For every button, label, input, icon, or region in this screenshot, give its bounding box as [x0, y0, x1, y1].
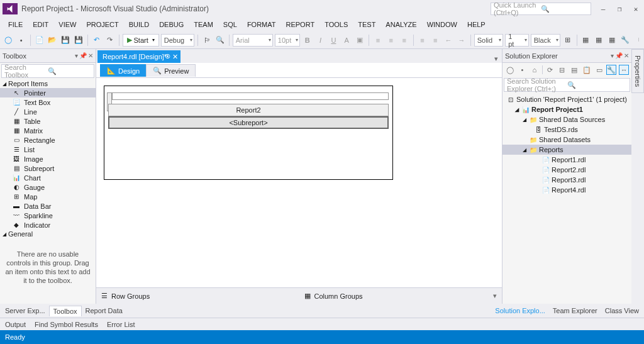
report-canvas[interactable]: Report2 <Subreport>	[104, 86, 393, 180]
menu-item-report[interactable]: REPORT	[282, 19, 319, 30]
quick-launch-input[interactable]: Quick Launch (Ctrl+Q) 🔍	[491, 3, 591, 15]
save-button[interactable]: 💾	[60, 34, 71, 47]
subreport-placeholder[interactable]: <Subreport>	[108, 116, 389, 129]
toolbox-item-list[interactable]: ☰List	[0, 145, 96, 154]
groups-dropdown-icon[interactable]: ▾	[488, 292, 502, 300]
nav-fwd-button[interactable]: •	[16, 34, 27, 47]
pin-icon[interactable]: 📌	[615, 52, 623, 59]
toolbox-item-map[interactable]: ⊞Map	[0, 192, 96, 201]
preview-icon[interactable]: ▭	[594, 65, 604, 75]
menu-item-file[interactable]: FILE	[4, 19, 27, 30]
bold-button[interactable]: B	[302, 34, 313, 47]
undo-button[interactable]: ↶	[91, 34, 103, 47]
layout2-icon[interactable]: ▦	[593, 34, 604, 47]
save-all-button[interactable]: 💾	[73, 34, 84, 47]
close-button[interactable]: ✕	[628, 3, 644, 15]
list-numbers-button[interactable]: ≡	[430, 34, 441, 47]
refresh-icon[interactable]: ⟳	[545, 65, 555, 75]
bottom-tab-server-exp-[interactable]: Server Exp...	[1, 306, 49, 316]
output-tab-error-list[interactable]: Error List	[103, 320, 139, 329]
toolbox-item-sparkline[interactable]: 〰Sparkline	[0, 211, 96, 220]
more-icon[interactable]: ⸽	[633, 34, 644, 47]
close-panel-icon[interactable]: ✕	[624, 52, 629, 59]
toolbox-item-image[interactable]: 🖼Image	[0, 154, 96, 164]
menu-item-window[interactable]: WINDOW	[423, 19, 462, 30]
menu-item-analyze[interactable]: ANALYZE	[381, 19, 421, 30]
nav-fwd-icon[interactable]: •	[518, 65, 528, 75]
menu-item-test[interactable]: TEST	[353, 19, 380, 30]
toolbox-item-indicator[interactable]: ◆Indicator	[0, 220, 96, 230]
panel-dropdown-icon[interactable]: ▾	[611, 52, 614, 59]
new-project-button[interactable]: 📄	[34, 34, 45, 47]
pin-icon[interactable]: ⦿	[165, 53, 170, 60]
design-tab[interactable]: 📐 Design	[100, 64, 147, 77]
align-left-button[interactable]: ≡	[372, 34, 384, 47]
design-canvas-area[interactable]: Report2 <Subreport>	[96, 78, 502, 287]
panel-dropdown-icon[interactable]: ▾	[75, 52, 78, 59]
toolbox-item-chart[interactable]: 📊Chart	[0, 173, 96, 182]
datasource-node[interactable]: 🗄 TestDS.rds	[502, 125, 631, 135]
solution-search-input[interactable]: Search Solution Explorer (Ctrl+;) 🔍	[504, 78, 630, 92]
indent-button[interactable]: →	[456, 34, 467, 47]
align-center-button[interactable]: ≡	[386, 34, 397, 47]
solution-root-node[interactable]: ⊡ Solution 'Report Project1' (1 project)	[502, 94, 631, 104]
list-bullets-button[interactable]: ≡	[416, 34, 428, 47]
menu-item-view[interactable]: VIEW	[54, 19, 80, 30]
italic-button[interactable]: I	[315, 34, 326, 47]
close-panel-icon[interactable]: ✕	[88, 52, 93, 59]
bottom-tab-class-view[interactable]: Class View	[601, 306, 643, 316]
toolbox-item-pointer[interactable]: ↖Pointer	[0, 88, 96, 97]
close-tab-icon[interactable]: ✕	[172, 53, 178, 61]
toolbox-item-text-box[interactable]: 📃Text Box	[0, 97, 96, 107]
shared-data-sources-node[interactable]: ◢📁 Shared Data Sources	[502, 114, 631, 125]
sync-icon[interactable]: ↔	[619, 65, 629, 75]
bottom-tab-team-explorer[interactable]: Team Explorer	[549, 306, 601, 316]
report-file-node[interactable]: 📄Report1.rdl	[502, 155, 631, 165]
report-items-section[interactable]: Report Items	[0, 79, 96, 88]
font-color-button[interactable]: A	[341, 34, 352, 47]
menu-item-team[interactable]: TEAM	[189, 19, 218, 30]
open-file-button[interactable]: 📂	[47, 34, 58, 47]
pin-icon[interactable]: 📌	[79, 52, 87, 59]
report-file-node[interactable]: 📄Report4.rdl	[502, 185, 631, 195]
menu-item-debug[interactable]: DEBUG	[155, 19, 188, 30]
wrench-icon[interactable]: 🔧	[619, 34, 631, 47]
border-color-combo[interactable]: Black	[531, 34, 560, 47]
toolbox-item-matrix[interactable]: ▦Matrix	[0, 126, 96, 135]
find-icon[interactable]: 🔍	[214, 34, 226, 47]
properties-icon[interactable]: 📋	[582, 65, 592, 75]
output-tab-output[interactable]: Output	[1, 320, 30, 329]
nav-back-icon[interactable]: ◯	[505, 65, 515, 75]
reports-folder-node[interactable]: ◢📁 Reports	[502, 145, 631, 155]
menu-item-sql[interactable]: SQL	[219, 19, 242, 30]
properties-tab[interactable]: Properties	[631, 49, 644, 93]
bg-color-button[interactable]: ▣	[354, 34, 365, 47]
output-tab-find-symbol-results[interactable]: Find Symbol Results	[31, 320, 102, 329]
report-file-node[interactable]: 📄Report3.rdl	[502, 175, 631, 185]
toolbox-item-gauge[interactable]: ◐Gauge	[0, 182, 96, 192]
project-node[interactable]: ◢📊 Report Project1	[502, 104, 631, 114]
bottom-tab-solution-explo-[interactable]: Solution Explo...	[491, 306, 549, 316]
document-tab[interactable]: Report4.rdl [Design]* ⦿ ✕	[97, 50, 180, 63]
home-icon[interactable]: ⌂	[530, 65, 540, 75]
font-combo[interactable]: Arial	[233, 34, 273, 47]
underline-button[interactable]: U	[328, 34, 340, 47]
border-width-combo[interactable]: 1 pt	[505, 34, 529, 47]
menu-item-edit[interactable]: EDIT	[28, 19, 53, 30]
menu-item-help[interactable]: HELP	[463, 19, 490, 30]
shared-datasets-node[interactable]: 📁 Shared Datasets	[502, 135, 631, 145]
show-all-icon[interactable]: ▤	[570, 65, 580, 75]
tab-dropdown-icon[interactable]: ▾	[491, 55, 502, 63]
table-title-row[interactable]: Report2	[108, 104, 389, 116]
toolbox-item-table[interactable]: ▦Table	[0, 116, 96, 126]
menu-item-tools[interactable]: TOOLS	[320, 19, 352, 30]
border-style-combo[interactable]: Solid	[474, 34, 503, 47]
toolbox-item-data-bar[interactable]: ▬Data Bar	[0, 201, 96, 211]
nav-back-button[interactable]: ◯	[3, 34, 14, 47]
toolbox-item-rectangle[interactable]: ▭Rectangle	[0, 135, 96, 145]
report-file-node[interactable]: 📄Report2.rdl	[502, 165, 631, 175]
restore-button[interactable]: ❐	[611, 3, 628, 15]
align-right-button[interactable]: ≡	[399, 34, 410, 47]
toolbox-search-input[interactable]: Search Toolbox 🔍	[1, 64, 94, 78]
config-combo[interactable]: Debug	[161, 34, 195, 47]
